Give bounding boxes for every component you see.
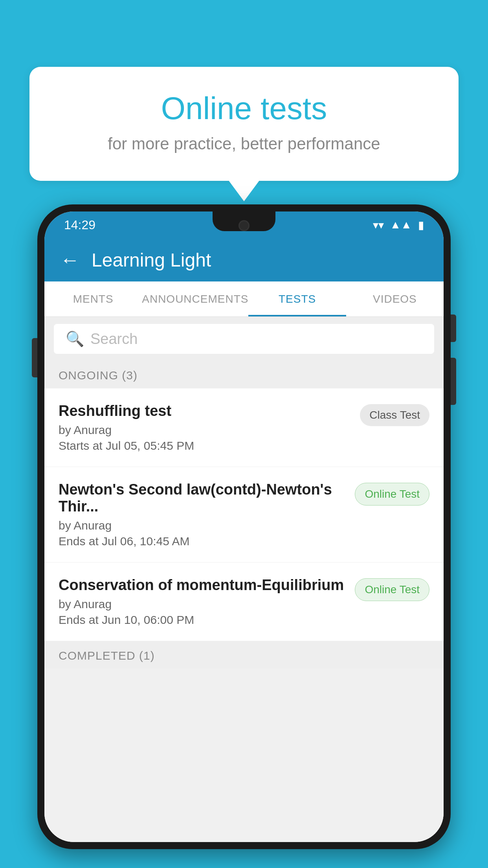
tabs-bar: MENTS ANNOUNCEMENTS TESTS VIDEOS	[44, 281, 444, 317]
promo-card: Online tests for more practice, better p…	[29, 67, 459, 181]
test-time: Ends at Jun 10, 06:00 PM	[59, 613, 347, 627]
battery-icon: ▮	[418, 219, 424, 232]
test-author: by Anurag	[59, 519, 347, 532]
tab-announcements[interactable]: ANNOUNCEMENTS	[142, 281, 248, 316]
volume-down-button	[451, 358, 456, 405]
search-input[interactable]: Search	[90, 331, 138, 348]
test-name: Conservation of momentum-Equilibrium	[59, 577, 347, 594]
content-area: ONGOING (3) Reshuffling test by Anurag S…	[44, 361, 444, 842]
signal-icon: ▲▲	[390, 219, 412, 231]
tab-videos[interactable]: VIDEOS	[346, 281, 444, 316]
tab-tests[interactable]: TESTS	[248, 281, 346, 316]
test-item[interactable]: Reshuffling test by Anurag Starts at Jul…	[44, 388, 444, 467]
test-time: Starts at Jul 05, 05:45 PM	[59, 439, 352, 452]
phone-screen: 14:29 ▾▾ ▲▲ ▮ ← Learning Light MENTS ANN…	[44, 211, 444, 842]
test-badge-online-test: Online Test	[355, 483, 429, 506]
completed-section-header: COMPLETED (1)	[44, 641, 444, 669]
ongoing-section-header: ONGOING (3)	[44, 361, 444, 388]
test-info: Newton's Second law(contd)-Newton's Thir…	[59, 481, 347, 548]
phone-container: 14:29 ▾▾ ▲▲ ▮ ← Learning Light MENTS ANN…	[37, 204, 451, 868]
search-container: 🔍 Search	[44, 317, 444, 361]
promo-title: Online tests	[61, 90, 427, 127]
test-time: Ends at Jul 06, 10:45 AM	[59, 535, 347, 548]
power-button	[451, 314, 456, 342]
test-info: Conservation of momentum-Equilibrium by …	[59, 577, 347, 627]
phone-frame: 14:29 ▾▾ ▲▲ ▮ ← Learning Light MENTS ANN…	[37, 204, 451, 849]
back-button[interactable]: ←	[60, 250, 80, 270]
test-name: Reshuffling test	[59, 403, 352, 419]
promo-subtitle: for more practice, better performance	[61, 134, 427, 153]
app-header: ← Learning Light	[44, 238, 444, 281]
test-author: by Anurag	[59, 423, 352, 437]
wifi-icon: ▾▾	[373, 219, 384, 232]
front-camera	[238, 220, 250, 231]
test-name: Newton's Second law(contd)-Newton's Thir…	[59, 481, 347, 515]
test-author: by Anurag	[59, 598, 347, 611]
test-badge-online-test-2: Online Test	[355, 578, 429, 601]
status-icons: ▾▾ ▲▲ ▮	[373, 219, 424, 232]
search-icon: 🔍	[66, 330, 84, 348]
tab-ments[interactable]: MENTS	[44, 281, 142, 316]
volume-button	[32, 338, 37, 377]
search-box[interactable]: 🔍 Search	[54, 324, 434, 354]
status-time: 14:29	[64, 218, 95, 232]
test-badge-class-test: Class Test	[360, 404, 429, 426]
app-title: Learning Light	[92, 249, 211, 271]
test-item[interactable]: Newton's Second law(contd)-Newton's Thir…	[44, 467, 444, 563]
phone-notch	[213, 211, 275, 231]
test-info: Reshuffling test by Anurag Starts at Jul…	[59, 403, 352, 452]
test-item[interactable]: Conservation of momentum-Equilibrium by …	[44, 563, 444, 641]
